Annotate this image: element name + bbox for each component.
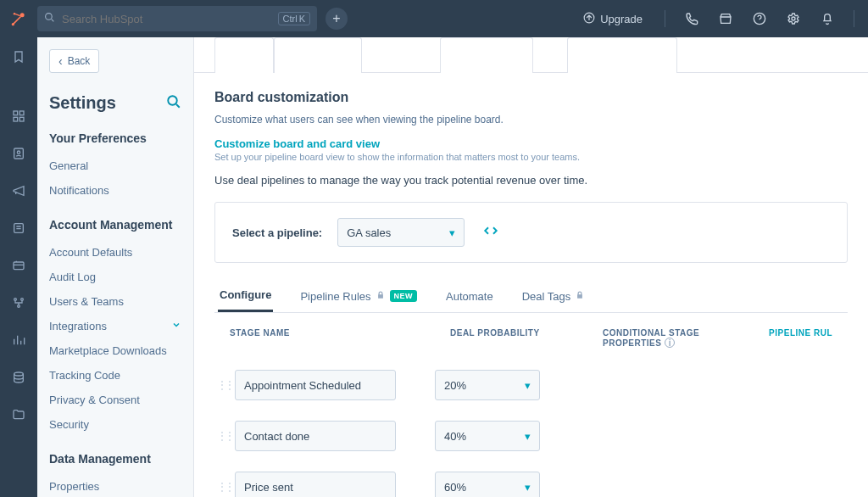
library-icon[interactable]	[6, 402, 31, 427]
tab-automate[interactable]: Automate	[444, 280, 495, 312]
upgrade-link[interactable]: Upgrade	[575, 12, 651, 26]
tab-pipeline-rules[interactable]: Pipeline Rules NEW	[298, 280, 419, 312]
pipeline-select-label: Select a pipeline:	[232, 226, 322, 239]
sidebar-section-heading: Account Management	[49, 218, 181, 232]
svg-point-18	[14, 372, 24, 376]
info-icon[interactable]: i	[665, 338, 675, 348]
contacts-icon[interactable]	[6, 141, 31, 166]
create-button[interactable]: +	[326, 8, 348, 30]
marketplace-icon[interactable]	[713, 6, 738, 31]
notifications-bell-icon[interactable]	[815, 6, 840, 31]
chevron-down-icon	[171, 320, 181, 332]
divider	[854, 10, 854, 27]
drag-handle-icon[interactable]: ⋮⋮	[214, 481, 235, 493]
kbd-shortcut: CtrlK	[278, 12, 310, 25]
new-badge: NEW	[390, 290, 418, 302]
stage-name-input[interactable]: Contact done	[235, 421, 396, 451]
sidebar-item[interactable]: Notifications	[49, 178, 181, 203]
bookmark-icon[interactable]	[6, 44, 31, 70]
svg-point-3	[46, 14, 53, 20]
deal-probability-select[interactable]: 20%	[435, 370, 540, 400]
svg-point-17	[18, 305, 20, 308]
svg-rect-14	[14, 262, 24, 270]
deal-probability-select[interactable]: 40%	[435, 421, 540, 451]
svg-rect-9	[14, 117, 18, 121]
sidebar-item[interactable]: Account Defaults	[49, 240, 181, 265]
breadcrumb-tabs-placeholder	[194, 37, 868, 73]
stage-name-input[interactable]: Price sent	[235, 472, 396, 497]
pipeline-selector-box: Select a pipeline: GA sales	[214, 202, 848, 263]
chevron-down-icon	[449, 226, 455, 239]
content-icon[interactable]	[6, 215, 31, 241]
svg-point-16	[21, 299, 24, 301]
chevron-left-icon	[58, 54, 63, 68]
main-content: Board customization Customize what users…	[194, 37, 868, 497]
workspaces-icon[interactable]	[6, 103, 31, 129]
stages-table: STAGE NAME DEAL PROBABILITY CONDITIONAL …	[214, 316, 848, 497]
drag-handle-icon[interactable]: ⋮⋮	[214, 379, 235, 391]
sidebar-item[interactable]: Privacy & Consent	[49, 388, 181, 412]
table-header: STAGE NAME DEAL PROBABILITY CONDITIONAL …	[214, 316, 848, 360]
settings-search-icon[interactable]	[166, 94, 181, 112]
reporting-icon[interactable]	[6, 327, 31, 353]
back-button[interactable]: Back	[49, 49, 99, 73]
col-deal-probability: DEAL PROBABILITY	[450, 328, 603, 348]
lock-icon	[376, 291, 385, 301]
chevron-down-icon	[525, 430, 531, 443]
col-pipeline-rules[interactable]: PIPELINE RUL	[755, 328, 832, 348]
global-search[interactable]: CtrlK	[37, 6, 317, 31]
automation-icon[interactable]	[6, 290, 31, 316]
data-icon[interactable]	[6, 365, 31, 390]
settings-sidebar: Back Settings Your PreferencesGeneralNot…	[37, 37, 194, 497]
board-customization-desc: Customize what users can see when viewin…	[214, 114, 848, 126]
search-input[interactable]	[62, 13, 271, 25]
sidebar-item[interactable]: Audit Log	[49, 265, 181, 289]
pipeline-info-text: Use deal pipelines to manage the way you…	[214, 174, 848, 187]
settings-gear-icon[interactable]	[781, 6, 806, 31]
top-bar: CtrlK + Upgrade	[0, 0, 868, 37]
phone-icon[interactable]	[679, 6, 704, 31]
svg-rect-7	[14, 111, 18, 115]
settings-title: Settings	[49, 93, 116, 113]
sidebar-item[interactable]: Properties	[49, 474, 181, 497]
tab-deal-tags[interactable]: Deal Tags	[520, 280, 587, 312]
help-icon[interactable]	[747, 6, 772, 31]
divider	[665, 10, 665, 27]
sidebar-item[interactable]: Tracking Code	[49, 363, 181, 388]
svg-rect-8	[19, 111, 24, 115]
settings-subtabs: Configure Pipeline Rules NEW Automate De…	[214, 280, 848, 313]
stage-row: ⋮⋮Contact done40%	[214, 410, 848, 461]
stage-name-input[interactable]: Appointment Scheduled	[235, 370, 396, 400]
chevron-down-icon	[525, 481, 531, 494]
sidebar-item[interactable]: Marketplace Downloads	[49, 338, 181, 363]
search-icon	[44, 12, 55, 25]
col-stage-name: STAGE NAME	[230, 328, 450, 348]
svg-point-15	[14, 299, 17, 301]
icon-rail	[0, 37, 37, 497]
svg-point-1	[12, 23, 14, 25]
svg-point-19	[168, 96, 177, 105]
commerce-icon[interactable]	[6, 253, 31, 278]
col-conditional-props: CONDITIONAL STAGE PROPERTIESi	[603, 328, 755, 348]
hubspot-logo-icon[interactable]	[8, 8, 29, 29]
marketing-icon[interactable]	[6, 178, 31, 204]
sidebar-item[interactable]: Integrations	[49, 314, 181, 338]
sidebar-section-heading: Your Preferences	[49, 131, 181, 145]
chevron-down-icon	[525, 379, 531, 392]
deal-probability-select[interactable]: 60%	[435, 472, 540, 497]
board-customization-heading: Board customization	[214, 90, 848, 105]
svg-rect-10	[19, 117, 24, 121]
customize-board-link[interactable]: Customize board and card view	[214, 137, 848, 150]
drag-handle-icon[interactable]: ⋮⋮	[214, 430, 235, 442]
sidebar-section-heading: Data Management	[49, 452, 181, 466]
tab-configure[interactable]: Configure	[218, 280, 273, 312]
sidebar-item[interactable]: General	[49, 154, 181, 178]
stage-row: ⋮⋮Price sent60%	[214, 461, 848, 497]
code-icon[interactable]	[480, 220, 502, 245]
svg-point-12	[17, 151, 19, 154]
sidebar-item[interactable]: Security	[49, 412, 181, 437]
pipeline-select[interactable]: GA sales	[337, 218, 465, 247]
lock-icon	[576, 291, 584, 301]
sidebar-item[interactable]: Users & Teams	[49, 289, 181, 314]
customize-board-sub: Set up your pipeline board view to show …	[214, 152, 848, 162]
